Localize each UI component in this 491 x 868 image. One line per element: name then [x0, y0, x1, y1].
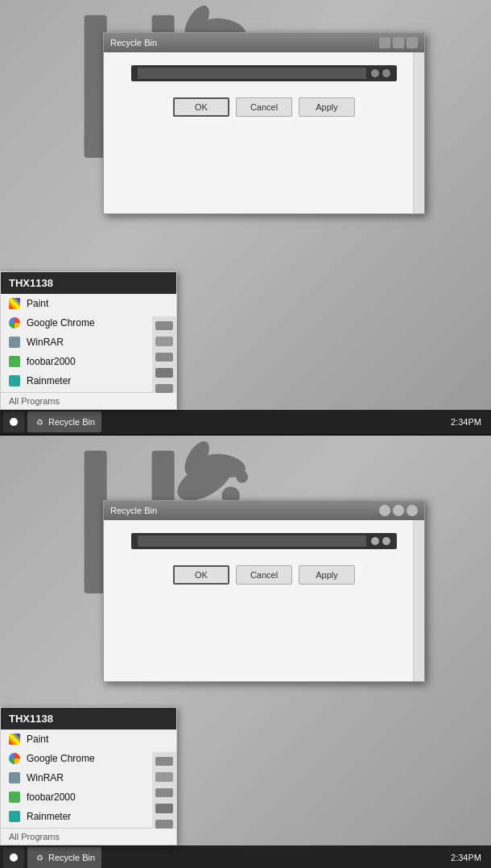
progress-fill-top: [138, 68, 365, 79]
dialog-close-top[interactable]: [406, 37, 418, 48]
start-menu-right-icons-bottom: [152, 752, 176, 829]
start-menu-item-chrome-bottom[interactable]: Google Chrome: [1, 749, 176, 768]
taskbar-recycle-label-bottom: Recycle Bin: [48, 853, 95, 862]
dialog-close-bottom[interactable]: [406, 505, 418, 516]
dialog-body-bottom: OK Cancel Apply: [104, 520, 424, 681]
foobar-icon-top: [9, 356, 20, 367]
start-menu-item-winrar-top[interactable]: WinRAR: [1, 333, 176, 352]
dialog-progress-top: [131, 65, 396, 81]
taskbar-recycle-bin-top[interactable]: ♻ Recycle Bin: [27, 411, 101, 432]
start-menu-bottom: THX1138 Paint Google Chrome WinRAR fooba…: [0, 707, 177, 845]
start-menu-right-icons-top: [152, 316, 176, 393]
all-programs-top[interactable]: All Programs: [1, 392, 176, 409]
foobar-icon-bottom: [9, 792, 20, 803]
dialog-titlebar-top: Recycle Bin: [104, 33, 424, 52]
dialog-maximize-top[interactable]: [393, 37, 404, 48]
start-dot-top: [10, 418, 18, 426]
dialog-minimize-bottom[interactable]: [379, 505, 390, 516]
dialog-scrollbar-bottom[interactable]: [413, 520, 424, 681]
winrar-label-bottom: WinRAR: [27, 772, 64, 783]
start-menu-items-top: Paint Google Chrome WinRAR foobar2000 Ra…: [1, 294, 176, 409]
dialog-maximize-bottom[interactable]: [393, 505, 404, 516]
progress-dots-bottom: [371, 537, 390, 545]
start-dot-bottom: [10, 854, 18, 862]
right-icon-4-top[interactable]: [155, 368, 173, 377]
paint-label-top: Paint: [27, 298, 48, 309]
taskbar-recycle-bin-bottom[interactable]: ♻ Recycle Bin: [27, 847, 101, 868]
paint-icon-top: [9, 298, 20, 309]
winrar-icon-bottom: [9, 772, 20, 783]
progress-dot-b1: [371, 537, 379, 545]
start-menu-item-foobar-top[interactable]: foobar2000: [1, 352, 176, 371]
recycle-bin-icon-top: ♻: [34, 416, 45, 428]
taskbar-time-top: 2:34PM: [451, 417, 488, 427]
dialog-progress-bottom: [131, 533, 396, 549]
foobar-label-top: foobar2000: [27, 356, 76, 367]
paint-label-bottom: Paint: [27, 734, 48, 745]
cancel-button-bottom[interactable]: Cancel: [236, 565, 292, 585]
foobar-label-bottom: foobar2000: [27, 792, 76, 803]
dialog-titlebar-bottom: Recycle Bin: [104, 501, 424, 520]
rainmeter-label-top: Rainmeter: [27, 375, 71, 386]
dialog-window-top: Recycle Bin OK Cancel Apply: [103, 32, 425, 214]
chrome-icon-top: [9, 317, 20, 329]
start-menu-item-chrome-top[interactable]: Google Chrome: [1, 313, 176, 333]
right-icon-3-bottom[interactable]: [155, 788, 173, 797]
taskbar-bottom: ♻ Recycle Bin 2:34PM: [0, 845, 491, 868]
start-button-top[interactable]: [3, 411, 24, 432]
dialog-body-top: OK Cancel Apply: [104, 52, 424, 213]
cancel-button-top[interactable]: Cancel: [236, 97, 292, 117]
start-menu-items-bottom: Paint Google Chrome WinRAR foobar2000 Ra…: [1, 730, 176, 845]
start-menu-item-rainmeter-bottom[interactable]: Rainmeter: [1, 807, 176, 826]
chrome-icon-bottom: [9, 753, 20, 764]
dialog-title-top: Recycle Bin: [110, 38, 157, 48]
right-icon-5-bottom[interactable]: [155, 820, 173, 829]
rainmeter-icon-top: [9, 375, 20, 386]
dialog-buttons-top: OK Cancel Apply: [173, 97, 355, 117]
ok-button-top[interactable]: OK: [173, 97, 229, 117]
chrome-label-top: Google Chrome: [27, 317, 95, 329]
right-icon-3-top[interactable]: [155, 353, 173, 362]
winrar-label-top: WinRAR: [27, 337, 64, 348]
apply-button-top[interactable]: Apply: [299, 97, 355, 117]
right-icon-2-top[interactable]: [155, 337, 173, 345]
dialog-buttons-bottom: OK Cancel Apply: [173, 565, 355, 585]
taskbar-top: ♻ Recycle Bin 2:34PM: [0, 410, 491, 434]
paint-icon-bottom: [9, 734, 20, 745]
all-programs-bottom[interactable]: All Programs: [1, 828, 176, 845]
start-menu-item-rainmeter-top[interactable]: Rainmeter: [1, 371, 176, 391]
apply-button-bottom[interactable]: Apply: [299, 565, 355, 585]
rainmeter-label-bottom: Rainmeter: [27, 811, 71, 822]
dialog-title-bottom: Recycle Bin: [110, 506, 157, 515]
svg-point-15: [236, 471, 248, 483]
right-icon-4-bottom[interactable]: [155, 804, 173, 812]
dialog-controls-bottom: [379, 505, 418, 516]
start-menu-item-winrar-bottom[interactable]: WinRAR: [1, 768, 176, 787]
start-button-bottom[interactable]: [3, 847, 24, 868]
taskbar-recycle-label-top: Recycle Bin: [48, 417, 95, 427]
dialog-minimize-top[interactable]: [379, 37, 390, 48]
progress-fill-bottom: [138, 535, 365, 547]
right-icon-1-top[interactable]: [155, 321, 173, 330]
recycle-bin-icon-bottom: ♻: [34, 852, 45, 863]
right-icon-1-bottom[interactable]: [155, 757, 173, 766]
progress-dot-2: [382, 69, 390, 77]
dialog-window-bottom: Recycle Bin OK Cancel Apply: [103, 500, 425, 682]
progress-dot-b2: [382, 537, 390, 545]
taskbar-time-bottom: 2:34PM: [451, 853, 488, 862]
progress-dots-top: [371, 69, 390, 77]
right-icon-5-top[interactable]: [155, 384, 173, 393]
right-icon-2-bottom[interactable]: [155, 772, 173, 781]
top-desktop: Recycle Bin OK Cancel Apply: [0, 0, 491, 434]
chrome-label-bottom: Google Chrome: [27, 753, 95, 764]
start-menu-top: THX1138 Paint Google Chrome WinRAR fooba…: [0, 271, 177, 410]
start-menu-item-paint-top[interactable]: Paint: [1, 294, 176, 313]
ok-button-bottom[interactable]: OK: [173, 565, 229, 585]
dialog-controls-top: [379, 37, 418, 48]
start-menu-item-paint-bottom[interactable]: Paint: [1, 730, 176, 749]
dialog-scrollbar-top[interactable]: [413, 52, 424, 213]
start-menu-item-foobar-bottom[interactable]: foobar2000: [1, 787, 176, 807]
rainmeter-icon-bottom: [9, 811, 20, 822]
bottom-desktop: Recycle Bin OK Cancel Apply: [0, 436, 491, 868]
progress-dot-1: [371, 69, 379, 77]
